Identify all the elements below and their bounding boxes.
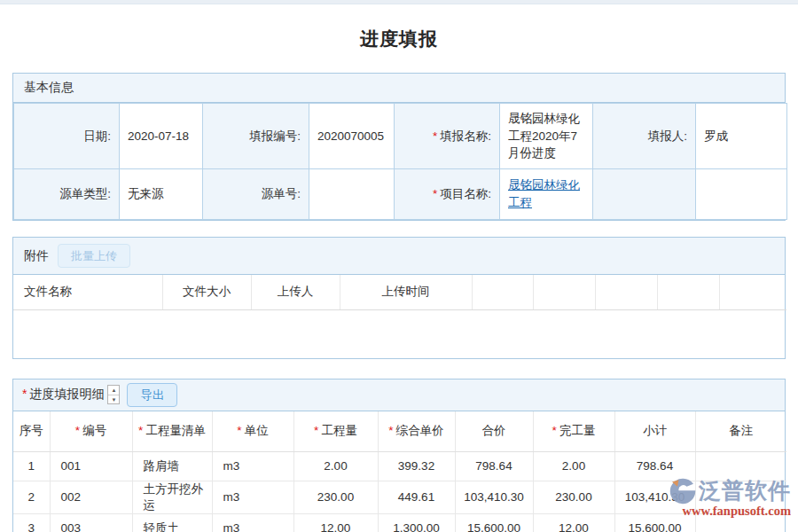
cell-subtotal: 798.64 — [614, 451, 695, 481]
field-label-source-type: 源单类型: — [14, 169, 120, 220]
attach-col-upload-time: 上传时间 — [340, 275, 472, 309]
cell-item: 土方开挖外运 — [132, 481, 212, 513]
col-total-price: 合价 — [455, 411, 533, 451]
field-value-date: 2020-07-18 — [120, 104, 203, 169]
col-unit: *单位 — [212, 411, 293, 451]
cell-code: 002 — [50, 481, 132, 513]
cell-completed: 2.00 — [533, 451, 614, 481]
empty-label-cell — [593, 169, 696, 220]
cell-code: 003 — [50, 513, 132, 532]
empty-value-cell — [696, 169, 787, 220]
attach-col-empty — [533, 275, 595, 309]
attach-col-file-size: 文件大小 — [162, 275, 251, 309]
cell-unit-price: 1,300.00 — [378, 513, 455, 532]
cell-seq: 2 — [13, 481, 50, 513]
top-strip — [0, 0, 798, 4]
detail-header-row: 序号 *编号 *工程量清单 *单位 *工程量 *综合单价 合价 *完工量 小计 … — [13, 411, 786, 451]
basic-info-form: 日期: 2020-07-18 填报编号: 2020070005 *填报名称: 晟… — [13, 103, 787, 220]
cell-remark — [695, 513, 786, 532]
col-item: *工程量清单 — [132, 411, 212, 451]
attachments-title: 附件 — [24, 248, 49, 264]
field-label-source-no: 源单号: — [203, 169, 309, 220]
field-label-report-name: *填报名称: — [395, 104, 500, 169]
cell-unit-price: 449.61 — [378, 481, 455, 513]
cell-code: 001 — [50, 451, 132, 481]
field-value-source-type: 无来源 — [120, 169, 203, 220]
col-quantity: *工程量 — [293, 411, 378, 451]
cell-unit: m3 — [212, 513, 293, 532]
cell-unit-price: 399.32 — [378, 451, 455, 481]
detail-header: *进度填报明细 ▲▼ 导出 — [13, 379, 785, 412]
cell-subtotal: 15,600.00 — [614, 513, 695, 532]
detail-table: 序号 *编号 *工程量清单 *单位 *工程量 *综合单价 合价 *完工量 小计 … — [13, 411, 786, 532]
field-label-project-name: *项目名称: — [395, 169, 500, 220]
basic-info-header: 基本信息 — [13, 74, 785, 103]
field-label-date: 日期: — [14, 104, 120, 169]
field-value-project-name: 晟铭园林绿化工程 — [500, 169, 593, 220]
cell-completed: 12.00 — [533, 513, 614, 532]
spinner-up-icon[interactable]: ▲ — [108, 386, 119, 395]
cell-item: 路肩墙 — [132, 451, 212, 481]
required-mark: * — [22, 387, 27, 401]
table-row: 2 002 土方开挖外运 m3 230.00 449.61 103,410.30… — [13, 481, 786, 513]
bulk-upload-button[interactable]: 批量上传 — [58, 244, 130, 268]
required-mark: * — [433, 129, 437, 143]
field-value-report-name: 晟铭园林绿化工程2020年7月份进度 — [500, 104, 593, 169]
field-value-reporter: 罗成 — [696, 104, 787, 169]
col-seq: 序号 — [13, 411, 50, 451]
attachments-header: 附件 批量上传 — [13, 238, 785, 275]
attachments-section: 附件 批量上传 文件名称 文件大小 上传人 上传时间 — [12, 237, 786, 359]
spinner-control[interactable]: ▲▼ — [107, 385, 120, 404]
col-unit-price: *综合单价 — [378, 411, 455, 451]
attach-col-empty — [595, 275, 657, 309]
basic-info-title: 基本信息 — [24, 80, 74, 96]
field-value-source-no — [309, 169, 395, 220]
cell-seq: 3 — [13, 513, 50, 532]
attach-col-file-name: 文件名称 — [13, 275, 162, 309]
cell-seq: 1 — [13, 451, 50, 481]
basic-info-section: 基本信息 日期: 2020-07-18 填报编号: 2020070005 *填报… — [12, 73, 786, 221]
col-completed: *完工量 — [533, 411, 614, 451]
field-value-report-no: 2020070005 — [309, 104, 395, 169]
cell-quantity: 230.00 — [293, 481, 378, 513]
cell-unit: m3 — [212, 451, 293, 481]
table-row: 1 001 路肩墙 m3 2.00 399.32 798.64 2.00 798… — [13, 451, 786, 481]
attach-col-empty — [719, 275, 786, 309]
attach-col-empty — [472, 275, 533, 309]
attachments-empty-area — [13, 310, 785, 358]
cell-completed: 230.00 — [533, 481, 614, 513]
col-remark: 备注 — [695, 411, 786, 451]
attach-col-empty — [657, 275, 719, 309]
cell-total-price: 15,600.00 — [455, 513, 533, 532]
spinner-down-icon[interactable]: ▼ — [108, 395, 119, 404]
page-title: 进度填报 — [0, 27, 798, 51]
table-row: 3 003 轻质土 m3 12.00 1,300.00 15,600.00 12… — [13, 513, 786, 532]
project-name-link[interactable]: 晟铭园林绿化工程 — [508, 178, 580, 209]
cell-total-price: 103,410.30 — [455, 481, 533, 513]
col-subtotal: 小计 — [614, 411, 695, 451]
cell-remark — [695, 451, 786, 481]
cell-unit: m3 — [212, 481, 293, 513]
col-code: *编号 — [50, 411, 132, 451]
attach-col-uploader: 上传人 — [251, 275, 340, 309]
detail-section: *进度填报明细 ▲▼ 导出 序号 *编号 *工程量清单 *单位 *工程量 *综合… — [12, 379, 786, 532]
cell-subtotal: 103,410.30 — [614, 481, 695, 513]
field-label-report-no: 填报编号: — [203, 104, 309, 169]
cell-remark — [695, 481, 786, 513]
required-mark: * — [433, 187, 437, 200]
detail-title: *进度填报明细 — [22, 387, 104, 403]
cell-total-price: 798.64 — [455, 451, 533, 481]
attachments-table: 文件名称 文件大小 上传人 上传时间 — [13, 275, 786, 310]
cell-item: 轻质土 — [132, 513, 212, 532]
cell-quantity: 2.00 — [293, 451, 378, 481]
field-label-reporter: 填报人: — [593, 104, 696, 169]
export-button[interactable]: 导出 — [127, 383, 177, 408]
cell-quantity: 12.00 — [293, 513, 378, 532]
